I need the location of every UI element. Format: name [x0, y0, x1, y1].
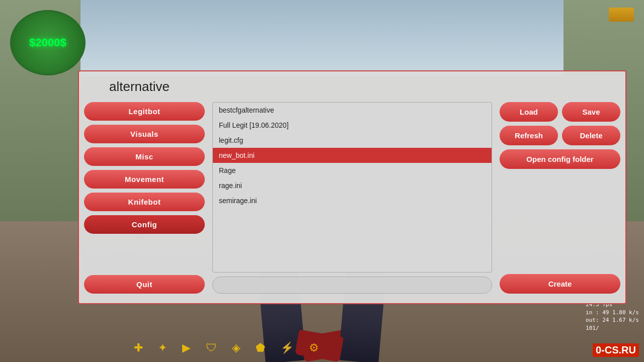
- config-item-4[interactable]: Rage: [213, 163, 492, 178]
- hud-nav-icon: ◈: [232, 341, 240, 354]
- open-folder-row: Open config folder: [500, 149, 620, 169]
- sidebar-btn-legitbot[interactable]: Legitbot: [84, 102, 205, 121]
- open-config-folder-button[interactable]: Open config folder: [500, 149, 620, 169]
- sidebar-spacer: [84, 238, 205, 271]
- refresh-delete-row: Refresh Delete: [500, 126, 620, 145]
- menu-title: alternative: [109, 79, 620, 95]
- sidebar-btn-config[interactable]: Config: [84, 215, 205, 234]
- config-item-1[interactable]: Full Legit [19.06.2020]: [213, 118, 492, 133]
- hud-health-icon: ✚: [134, 341, 143, 354]
- hud-bottom-bar: ✚ ✦ ▶ 🛡 ◈ ⬟ ⚡ ⚙: [0, 341, 453, 354]
- config-item-0[interactable]: bestcfgalternative: [213, 103, 492, 118]
- config-name-input[interactable]: [212, 277, 492, 294]
- config-item-5[interactable]: rage.ini: [213, 178, 492, 193]
- hud-bomb-icon: ⬟: [256, 341, 265, 354]
- sidebar-btn-misc[interactable]: Misc: [84, 147, 205, 166]
- action-spacer: [500, 173, 620, 270]
- sidebar-btn-quit[interactable]: Quit: [84, 275, 205, 294]
- sky-background: [80, 0, 564, 75]
- cheat-menu: alternative Legitbot Visuals Misc Moveme…: [78, 70, 626, 304]
- fps-line3: out: 24 1.67 k/s: [586, 316, 639, 324]
- config-input-row: [212, 277, 492, 294]
- create-button[interactable]: Create: [500, 274, 620, 294]
- config-item-2[interactable]: legit.cfg: [213, 133, 492, 148]
- config-item-6[interactable]: semirage.ini: [213, 193, 492, 208]
- refresh-button[interactable]: Refresh: [500, 126, 558, 145]
- config-list-area: bestcfgalternative Full Legit [19.06.202…: [210, 102, 495, 294]
- load-save-row: Load Save: [500, 102, 620, 122]
- watermark: 0-CS.RU: [593, 343, 639, 357]
- sidebar-btn-knifebot[interactable]: Knifebot: [84, 193, 205, 211]
- fps-line2: in : 49 1.80 k/s: [586, 309, 639, 316]
- load-button[interactable]: Load: [500, 102, 558, 122]
- hud-move-icon: ✦: [158, 341, 167, 354]
- player-count: 101/: [586, 324, 639, 332]
- sidebar-btn-movement[interactable]: Movement: [84, 170, 205, 189]
- hud-shield-icon: 🛡: [206, 341, 217, 354]
- sidebar-btn-visuals[interactable]: Visuals: [84, 125, 205, 143]
- hud-money-circle: $2000$: [10, 10, 86, 75]
- action-buttons: Load Save Refresh Delete Open config fol…: [500, 102, 620, 294]
- delete-button[interactable]: Delete: [562, 126, 620, 145]
- menu-body: Legitbot Visuals Misc Movement Knifebot …: [84, 102, 620, 294]
- config-list[interactable]: bestcfgalternative Full Legit [19.06.202…: [212, 102, 492, 273]
- save-button[interactable]: Save: [562, 102, 620, 122]
- create-row: Create: [500, 274, 620, 294]
- hud-arrow-icon: ▶: [182, 341, 191, 354]
- fps-counter: 24.3 fps in : 49 1.80 k/s out: 24 1.67 k…: [586, 301, 639, 332]
- config-item-3[interactable]: new_bot.ini: [213, 148, 492, 163]
- hud-weapon-icon: ⚡: [280, 341, 294, 354]
- hud-ammo-icon: ⚙: [309, 341, 319, 354]
- sidebar: Legitbot Visuals Misc Movement Knifebot …: [84, 102, 205, 294]
- hud-coin: [609, 8, 634, 22]
- money-display: $2000$: [29, 36, 66, 49]
